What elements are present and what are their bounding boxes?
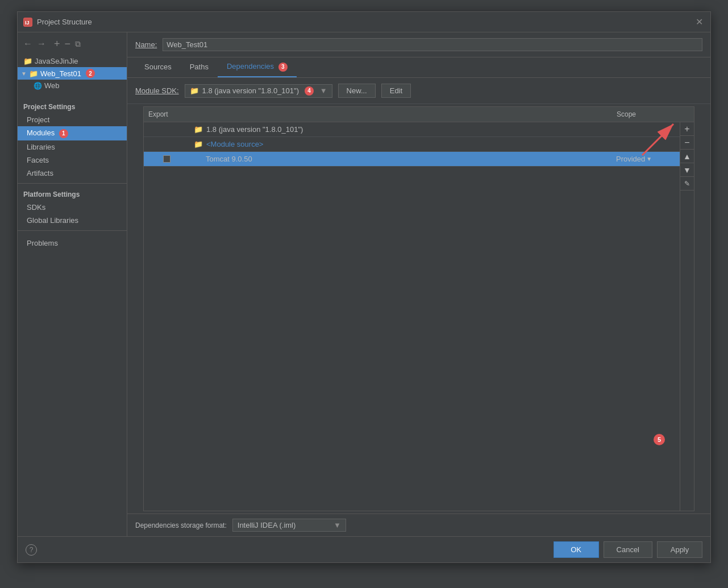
sidebar-item-global-libraries[interactable]: Global Libraries [18, 214, 127, 227]
nav-back-button[interactable]: ← [22, 38, 34, 50]
deps-row-tomcat[interactable]: Tomcat 9.0.50 Provided ▼ [144, 152, 680, 167]
module-folder-icon: 📁 [29, 69, 38, 78]
close-button[interactable]: ✕ [696, 18, 705, 27]
deps-cell-name-jdk: 📁 1.8 (java version "1.8.0_101") [189, 124, 611, 135]
tab-sources[interactable]: Sources [135, 58, 181, 77]
jdk-name: 1.8 (java version "1.8.0_101") [206, 125, 303, 134]
tree-item-web-test01[interactable]: ▼ 📁 Web_Test01 2 [18, 67, 127, 80]
help-button[interactable]: ? [26, 544, 37, 556]
scope-dropdown-arrow: ▼ [646, 156, 652, 162]
tree-item-badge: 2 [86, 69, 95, 78]
tab-dependencies[interactable]: Dependencies 3 [218, 57, 297, 77]
tab-sources-label: Sources [144, 63, 172, 71]
tomcat-icon [194, 155, 202, 163]
sdk-dropdown-arrow: ▼ [320, 86, 327, 95]
deps-cell-name-module: 📁 <Module source> [189, 139, 611, 150]
deps-cell-export-jdk [144, 129, 189, 131]
tree-item-javaSeJinJie[interactable]: 📁 JavaSeJinJie [18, 55, 127, 67]
sidebar-item-label: Problems [27, 239, 58, 247]
sidebar: ← → + − ⧉ 📁 JavaSeJinJie ▼ 📁 Web_Test01 [18, 32, 127, 536]
deps-table-container: Export Scope [143, 106, 694, 511]
name-input[interactable] [163, 38, 702, 51]
deps-cell-scope-module [611, 143, 680, 146]
sidebar-separator [18, 183, 127, 184]
sdk-row: Module SDK: 📁 1.8 (java version "1.8.0_1… [127, 78, 710, 104]
nav-forward-button[interactable]: → [36, 38, 47, 50]
ok-button[interactable]: OK [554, 541, 599, 558]
folder-icon: 📁 [23, 57, 32, 65]
tomcat-export-checkbox[interactable] [163, 155, 170, 163]
help-label: ? [30, 546, 34, 554]
tree-item-label: JavaSeJinJie [35, 57, 78, 65]
web-icon: 🌐 [34, 82, 42, 90]
copy-button[interactable]: ⧉ [74, 38, 82, 50]
tab-paths[interactable]: Paths [181, 58, 218, 77]
sidebar-item-problems[interactable]: Problems [18, 237, 127, 250]
sidebar-item-label: SDKs [27, 203, 45, 212]
table-wrapper: 📁 1.8 (java version "1.8.0_101") [144, 122, 694, 511]
tomcat-scope-value: Provided [616, 155, 645, 163]
deps-row-module-source[interactable]: 📁 <Module source> [144, 137, 680, 152]
sidebar-item-sdks[interactable]: SDKs [18, 201, 127, 214]
storage-format-label: Dependencies storage format: [135, 521, 227, 529]
tree-item-web[interactable]: 🌐 Web [18, 80, 127, 92]
module-source-name: <Module source> [206, 140, 263, 148]
tomcat-name: Tomcat 9.0.50 [206, 155, 252, 163]
sidebar-modules-badge: 1 [59, 129, 68, 138]
format-dropdown[interactable]: IntelliJ IDEA (.iml) ▼ [232, 519, 346, 532]
table-actions: + − ▲ ▼ ✎ [680, 122, 694, 511]
tab-paths-label: Paths [190, 63, 209, 71]
deps-section: Export Scope [127, 104, 710, 514]
module-icon: 📁 [194, 140, 203, 148]
sidebar-item-label: Facets [27, 156, 49, 164]
sidebar-separator-2 [18, 230, 127, 231]
deps-cell-export-tomcat [144, 154, 189, 164]
title-bar-left: IJ Project Structure [23, 18, 92, 27]
sidebar-item-facets[interactable]: Facets [18, 154, 127, 167]
sdk-value: 1.8 (java version "1.8.0_101") [202, 86, 299, 95]
tabs-bar: Sources Paths Dependencies 3 [127, 57, 710, 78]
move-up-button[interactable]: ▲ [680, 150, 694, 163]
apply-button[interactable]: Apply [657, 541, 702, 558]
add-button[interactable]: + [53, 37, 61, 51]
sidebar-item-modules[interactable]: Modules 1 [18, 126, 127, 140]
deps-row-jdk[interactable]: 📁 1.8 (java version "1.8.0_101") [144, 122, 680, 137]
nav-toolbar: ← → + − ⧉ [18, 35, 127, 53]
deps-cell-scope-jdk [611, 129, 680, 131]
name-bar: Name: [127, 32, 710, 57]
dialog-title: Project Structure [37, 18, 92, 26]
deps-cell-name-tomcat: Tomcat 9.0.50 [189, 154, 611, 164]
sdk-badge: 4 [305, 86, 314, 96]
format-dropdown-arrow: ▼ [334, 521, 341, 529]
col-export: Export [144, 109, 189, 119]
platform-settings-section: Platform Settings SDKs Global Libraries [18, 187, 127, 227]
cancel-button[interactable]: Cancel [604, 541, 652, 558]
add-dep-button[interactable]: + [680, 122, 694, 136]
tree-item-label: Web [44, 81, 60, 90]
col-name [189, 109, 612, 119]
sdk-dropdown[interactable]: 📁 1.8 (java version "1.8.0_101") 4 ▼ [185, 84, 332, 98]
col-scope: Scope [612, 109, 680, 119]
project-settings-section: Project Settings Project Modules 1 Libra… [18, 100, 127, 180]
name-label: Name: [135, 40, 157, 49]
move-down-button[interactable]: ▼ [680, 163, 694, 177]
sidebar-item-label: Project [27, 115, 49, 124]
title-bar: IJ Project Structure ✕ [18, 12, 710, 32]
tab-dependencies-label: Dependencies [227, 62, 274, 71]
project-settings-header: Project Settings [18, 100, 127, 113]
deps-cell-scope-tomcat[interactable]: Provided ▼ [611, 154, 680, 164]
sdk-label: Module SDK: [135, 86, 179, 95]
edit-sdk-button[interactable]: Edit [381, 84, 411, 98]
tree-item-label: Web_Test01 [40, 69, 81, 78]
edit-dep-button[interactable]: ✎ [680, 177, 694, 191]
sidebar-item-libraries[interactable]: Libraries [18, 140, 127, 154]
sidebar-item-artifacts[interactable]: Artifacts [18, 167, 127, 180]
remove-dep-button[interactable]: − [680, 136, 694, 150]
sidebar-item-label: Artifacts [27, 169, 53, 177]
sdk-folder-icon: 📁 [190, 86, 199, 95]
sidebar-item-project[interactable]: Project [18, 113, 127, 126]
remove-button[interactable]: − [64, 37, 72, 51]
new-sdk-button[interactable]: New... [338, 84, 376, 98]
tab-dependencies-badge: 3 [278, 63, 288, 72]
platform-settings-header: Platform Settings [18, 187, 127, 201]
